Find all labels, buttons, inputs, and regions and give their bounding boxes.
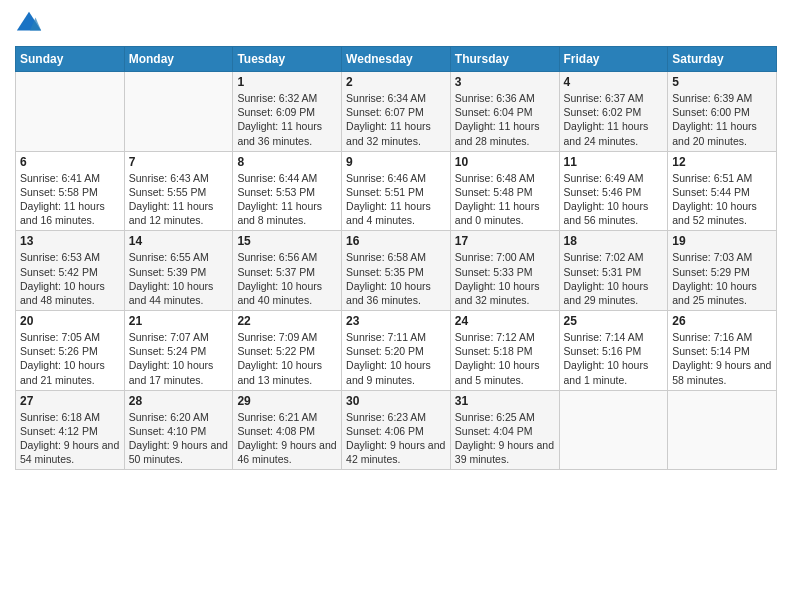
- day-info: Sunrise: 7:09 AM Sunset: 5:22 PM Dayligh…: [237, 330, 337, 387]
- day-cell: 28Sunrise: 6:20 AM Sunset: 4:10 PM Dayli…: [124, 390, 233, 470]
- day-number: 29: [237, 394, 337, 408]
- day-number: 8: [237, 155, 337, 169]
- day-cell: 5Sunrise: 6:39 AM Sunset: 6:00 PM Daylig…: [668, 72, 777, 152]
- day-cell: 31Sunrise: 6:25 AM Sunset: 4:04 PM Dayli…: [450, 390, 559, 470]
- week-row-1: 1Sunrise: 6:32 AM Sunset: 6:09 PM Daylig…: [16, 72, 777, 152]
- day-cell: 6Sunrise: 6:41 AM Sunset: 5:58 PM Daylig…: [16, 151, 125, 231]
- day-number: 13: [20, 234, 120, 248]
- day-info: Sunrise: 6:25 AM Sunset: 4:04 PM Dayligh…: [455, 410, 555, 467]
- page: SundayMondayTuesdayWednesdayThursdayFrid…: [0, 0, 792, 612]
- day-cell: 12Sunrise: 6:51 AM Sunset: 5:44 PM Dayli…: [668, 151, 777, 231]
- day-number: 9: [346, 155, 446, 169]
- day-number: 4: [564, 75, 664, 89]
- day-number: 30: [346, 394, 446, 408]
- day-number: 5: [672, 75, 772, 89]
- weekday-header-wednesday: Wednesday: [342, 47, 451, 72]
- day-cell: [559, 390, 668, 470]
- day-info: Sunrise: 7:12 AM Sunset: 5:18 PM Dayligh…: [455, 330, 555, 387]
- day-info: Sunrise: 6:43 AM Sunset: 5:55 PM Dayligh…: [129, 171, 229, 228]
- weekday-header-row: SundayMondayTuesdayWednesdayThursdayFrid…: [16, 47, 777, 72]
- day-number: 31: [455, 394, 555, 408]
- day-cell: 1Sunrise: 6:32 AM Sunset: 6:09 PM Daylig…: [233, 72, 342, 152]
- day-info: Sunrise: 7:03 AM Sunset: 5:29 PM Dayligh…: [672, 250, 772, 307]
- day-cell: 11Sunrise: 6:49 AM Sunset: 5:46 PM Dayli…: [559, 151, 668, 231]
- day-info: Sunrise: 7:11 AM Sunset: 5:20 PM Dayligh…: [346, 330, 446, 387]
- week-row-2: 6Sunrise: 6:41 AM Sunset: 5:58 PM Daylig…: [16, 151, 777, 231]
- day-cell: 4Sunrise: 6:37 AM Sunset: 6:02 PM Daylig…: [559, 72, 668, 152]
- day-cell: 26Sunrise: 7:16 AM Sunset: 5:14 PM Dayli…: [668, 311, 777, 391]
- day-cell: 30Sunrise: 6:23 AM Sunset: 4:06 PM Dayli…: [342, 390, 451, 470]
- day-cell: 10Sunrise: 6:48 AM Sunset: 5:48 PM Dayli…: [450, 151, 559, 231]
- day-number: 7: [129, 155, 229, 169]
- day-number: 16: [346, 234, 446, 248]
- day-info: Sunrise: 6:56 AM Sunset: 5:37 PM Dayligh…: [237, 250, 337, 307]
- day-number: 19: [672, 234, 772, 248]
- day-info: Sunrise: 6:53 AM Sunset: 5:42 PM Dayligh…: [20, 250, 120, 307]
- day-cell: 23Sunrise: 7:11 AM Sunset: 5:20 PM Dayli…: [342, 311, 451, 391]
- day-cell: 2Sunrise: 6:34 AM Sunset: 6:07 PM Daylig…: [342, 72, 451, 152]
- day-number: 27: [20, 394, 120, 408]
- day-number: 12: [672, 155, 772, 169]
- day-info: Sunrise: 6:49 AM Sunset: 5:46 PM Dayligh…: [564, 171, 664, 228]
- day-info: Sunrise: 7:05 AM Sunset: 5:26 PM Dayligh…: [20, 330, 120, 387]
- day-number: 15: [237, 234, 337, 248]
- day-info: Sunrise: 7:14 AM Sunset: 5:16 PM Dayligh…: [564, 330, 664, 387]
- day-cell: [124, 72, 233, 152]
- day-number: 23: [346, 314, 446, 328]
- week-row-4: 20Sunrise: 7:05 AM Sunset: 5:26 PM Dayli…: [16, 311, 777, 391]
- logo: [15, 10, 47, 38]
- day-info: Sunrise: 6:18 AM Sunset: 4:12 PM Dayligh…: [20, 410, 120, 467]
- day-number: 25: [564, 314, 664, 328]
- day-cell: 27Sunrise: 6:18 AM Sunset: 4:12 PM Dayli…: [16, 390, 125, 470]
- day-number: 18: [564, 234, 664, 248]
- day-number: 17: [455, 234, 555, 248]
- day-number: 3: [455, 75, 555, 89]
- day-cell: 9Sunrise: 6:46 AM Sunset: 5:51 PM Daylig…: [342, 151, 451, 231]
- day-number: 11: [564, 155, 664, 169]
- day-cell: [16, 72, 125, 152]
- day-cell: 13Sunrise: 6:53 AM Sunset: 5:42 PM Dayli…: [16, 231, 125, 311]
- weekday-header-saturday: Saturday: [668, 47, 777, 72]
- day-info: Sunrise: 6:58 AM Sunset: 5:35 PM Dayligh…: [346, 250, 446, 307]
- week-row-3: 13Sunrise: 6:53 AM Sunset: 5:42 PM Dayli…: [16, 231, 777, 311]
- day-cell: 25Sunrise: 7:14 AM Sunset: 5:16 PM Dayli…: [559, 311, 668, 391]
- day-info: Sunrise: 6:48 AM Sunset: 5:48 PM Dayligh…: [455, 171, 555, 228]
- day-number: 6: [20, 155, 120, 169]
- day-info: Sunrise: 6:44 AM Sunset: 5:53 PM Dayligh…: [237, 171, 337, 228]
- header: [15, 10, 777, 38]
- logo-icon: [15, 10, 43, 38]
- day-number: 26: [672, 314, 772, 328]
- day-info: Sunrise: 6:55 AM Sunset: 5:39 PM Dayligh…: [129, 250, 229, 307]
- day-info: Sunrise: 6:51 AM Sunset: 5:44 PM Dayligh…: [672, 171, 772, 228]
- weekday-header-friday: Friday: [559, 47, 668, 72]
- day-number: 20: [20, 314, 120, 328]
- day-cell: 17Sunrise: 7:00 AM Sunset: 5:33 PM Dayli…: [450, 231, 559, 311]
- day-info: Sunrise: 6:20 AM Sunset: 4:10 PM Dayligh…: [129, 410, 229, 467]
- day-number: 1: [237, 75, 337, 89]
- day-info: Sunrise: 6:46 AM Sunset: 5:51 PM Dayligh…: [346, 171, 446, 228]
- day-info: Sunrise: 7:16 AM Sunset: 5:14 PM Dayligh…: [672, 330, 772, 387]
- day-cell: 19Sunrise: 7:03 AM Sunset: 5:29 PM Dayli…: [668, 231, 777, 311]
- day-number: 28: [129, 394, 229, 408]
- weekday-header-monday: Monday: [124, 47, 233, 72]
- day-cell: 22Sunrise: 7:09 AM Sunset: 5:22 PM Dayli…: [233, 311, 342, 391]
- day-number: 14: [129, 234, 229, 248]
- day-cell: 18Sunrise: 7:02 AM Sunset: 5:31 PM Dayli…: [559, 231, 668, 311]
- day-info: Sunrise: 6:21 AM Sunset: 4:08 PM Dayligh…: [237, 410, 337, 467]
- day-number: 22: [237, 314, 337, 328]
- day-info: Sunrise: 6:39 AM Sunset: 6:00 PM Dayligh…: [672, 91, 772, 148]
- day-number: 2: [346, 75, 446, 89]
- day-info: Sunrise: 6:23 AM Sunset: 4:06 PM Dayligh…: [346, 410, 446, 467]
- week-row-5: 27Sunrise: 6:18 AM Sunset: 4:12 PM Dayli…: [16, 390, 777, 470]
- calendar-table: SundayMondayTuesdayWednesdayThursdayFrid…: [15, 46, 777, 470]
- day-number: 21: [129, 314, 229, 328]
- day-cell: 7Sunrise: 6:43 AM Sunset: 5:55 PM Daylig…: [124, 151, 233, 231]
- day-info: Sunrise: 6:41 AM Sunset: 5:58 PM Dayligh…: [20, 171, 120, 228]
- day-number: 24: [455, 314, 555, 328]
- day-info: Sunrise: 6:34 AM Sunset: 6:07 PM Dayligh…: [346, 91, 446, 148]
- day-cell: 21Sunrise: 7:07 AM Sunset: 5:24 PM Dayli…: [124, 311, 233, 391]
- day-info: Sunrise: 7:00 AM Sunset: 5:33 PM Dayligh…: [455, 250, 555, 307]
- day-cell: 15Sunrise: 6:56 AM Sunset: 5:37 PM Dayli…: [233, 231, 342, 311]
- day-cell: 16Sunrise: 6:58 AM Sunset: 5:35 PM Dayli…: [342, 231, 451, 311]
- day-cell: 14Sunrise: 6:55 AM Sunset: 5:39 PM Dayli…: [124, 231, 233, 311]
